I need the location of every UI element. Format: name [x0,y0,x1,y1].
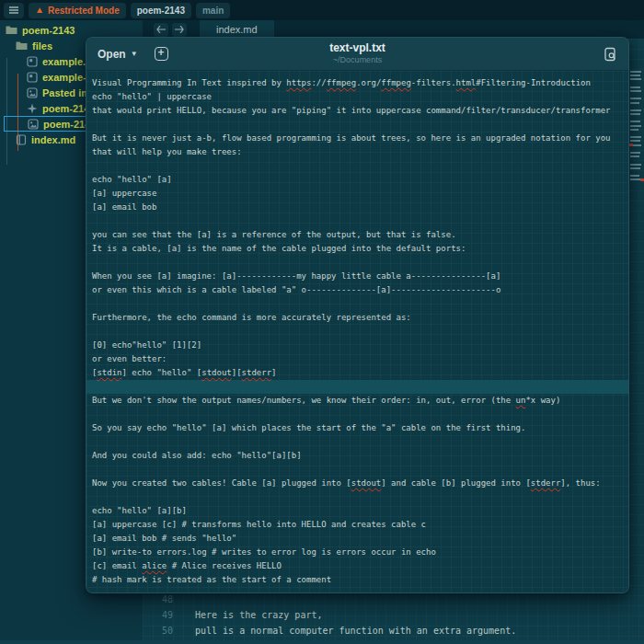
cursor-line [86,380,628,394]
minimap-error-mark [629,144,633,146]
editor-visible-lines: 4849Here is the crazy part,50pull is a n… [143,592,644,638]
document-line [92,118,628,132]
minimap-line-mark [630,109,641,111]
document-line: or even this which is a cable labeled "a… [92,283,628,297]
line-text: pull is a normal computer function with … [195,626,516,636]
folder-icon [16,40,28,51]
line-number: 50 [143,626,173,636]
document-line [92,297,628,311]
document-line: that will help you make trees: [92,145,628,159]
hamburger-icon [8,6,19,15]
minimap-line-mark [630,121,640,122]
minimap-line-mark [630,90,641,92]
document-preview-icon[interactable] [604,47,617,62]
document-line: [b] write-to errors.log # writes to erro… [92,546,628,559]
open-dropdown-button[interactable]: Open ▼ [98,48,138,61]
document-line: echo "hello" [a] [92,173,628,187]
document-line: you can see that the [a] is a reference … [92,228,628,242]
document-line: [a] uppercase [92,187,628,201]
folder-icon [6,25,17,35]
document-line: [a] uppercase [c] # transforms hello int… [92,518,628,532]
document-content[interactable]: Visual Programming In Text inspired by h… [86,71,628,592]
line-text: Here is the crazy part, [195,610,322,620]
minimap-line-mark [630,155,639,157]
tree-item-label: files [32,40,52,52]
minimap-line-mark [630,102,639,104]
document-line: or even better: [92,352,628,366]
document-line: But it is never just a-b, flow based pro… [92,132,628,145]
sparkle-file-icon [27,103,38,114]
document-line: So you say echo "hello" [a] which places… [92,421,628,435]
minimap-line-mark [630,98,641,99]
spellcheck-underline: stderr [242,368,272,377]
tab-index-md[interactable]: index.md [200,20,274,39]
document-line [92,435,628,449]
restricted-mode-badge[interactable]: ▲ Restricted Mode [29,3,126,18]
minimap-line-mark [630,125,641,127]
minimap-error-mark [640,178,644,181]
minimap-line-mark [630,129,638,131]
document-line [92,159,628,173]
spellcheck-underline: https [286,78,311,87]
minimap-line-mark [630,152,640,154]
app-window: ▲ Restricted Mode poem-2143 main poem-21… [0,0,644,644]
editor-tab-bar: index.md [143,20,644,39]
boxed-plus-icon[interactable]: + [155,47,168,61]
branch-badge[interactable]: main [196,3,230,18]
minimap-line-mark [630,167,640,169]
line-number: 48 [143,594,173,604]
document-line: [stdin] echo "hello" [stdout][stderr] [92,366,628,380]
document-line: that would print HELLO, because you are … [92,104,628,118]
modal-header: Open ▼ + text-vpl.txt ~/Documents [86,38,628,71]
image-file-icon [28,119,39,130]
file-code-icon [27,56,38,67]
restricted-mode-label: Restricted Mode [48,6,120,16]
document-line: [c] email alice # Alice receives HELLO [92,559,628,573]
editor-line: 48 [143,592,644,607]
minimap-line-mark [630,164,641,166]
document-line: But we don't show the output names/numbe… [92,394,628,408]
minimap-line-mark [630,140,640,142]
document-line: Visual Programming In Text inspired by h… [92,76,628,90]
title-bar: ▲ Restricted Mode poem-2143 main [0,0,644,20]
line-number: 49 [143,610,173,620]
spellcheck-underline: ffmpeg [327,78,357,87]
navigate-back-button[interactable] [154,23,168,37]
editor-line: 50pull is a normal computer function wit… [143,623,644,638]
spellcheck-underline: stdin [97,368,121,377]
spellcheck-underline: html [456,78,477,87]
document-line [92,408,628,421]
workspace-badge[interactable]: poem-2143 [131,3,191,18]
tree-item-label: poem-2143 [22,25,75,36]
book-icon [16,134,27,145]
arrow-right-icon [175,26,184,33]
minimap[interactable] [629,70,644,181]
document-line: echo "hello" [a][b] [92,504,628,518]
navigate-forward-button[interactable] [172,23,187,37]
warning-triangle-icon: ▲ [35,6,44,15]
menu-button[interactable] [4,3,24,18]
file-preview-modal: Open ▼ + text-vpl.txt ~/Documents Visual… [86,37,629,593]
document-line [92,490,628,504]
document-line [92,214,628,228]
spellcheck-underline: stdout [201,368,232,377]
spellcheck-underline: stdout [351,478,382,488]
minimap-row [629,178,644,181]
document-line: Furthermore, the echo command is more ac… [92,311,628,325]
document-line: # hash mark is treated as the start of a… [92,573,628,587]
document-line [92,256,628,270]
editor-line: 49Here is the crazy part, [143,607,644,623]
arrow-left-icon [156,26,166,33]
document-line [92,325,628,339]
spellcheck-underline: ffmpeg [381,78,411,87]
document-line: [0] echo"hello" [1][2] [92,339,628,352]
file-code-icon [27,72,38,83]
minimap-line-mark [630,75,640,76]
document-line: [a] email bob [92,201,628,214]
spellcheck-underline: stderr [531,478,561,488]
status-bar-edge [0,640,644,644]
tree-item-poem-2143[interactable]: poem-2143 [4,22,143,38]
spellcheck-underline: un [516,396,526,405]
document-line [92,463,628,477]
document-line: [a] email bob # sends "hello" [92,532,628,546]
